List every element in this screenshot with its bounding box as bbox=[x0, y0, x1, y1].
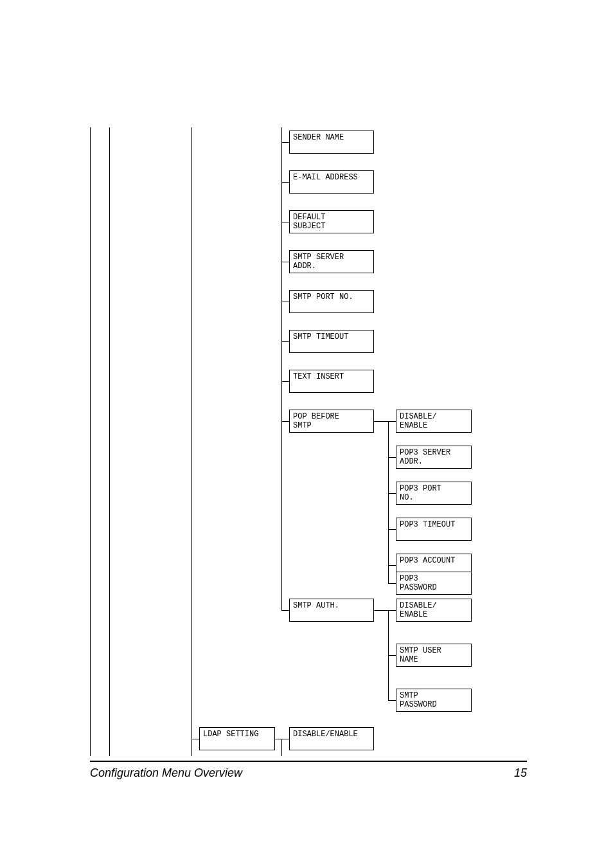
label: DISABLE/ENABLE bbox=[293, 730, 358, 739]
connector bbox=[281, 222, 289, 222]
connector bbox=[388, 565, 396, 566]
label: POP3 SERVER ADDR. bbox=[400, 448, 450, 466]
label: SMTP SERVER ADDR. bbox=[293, 253, 344, 271]
box-pop3-password: POP3 PASSWORD bbox=[396, 572, 472, 595]
label: SMTP TIMEOUT bbox=[293, 332, 348, 341]
box-smtp-password: SMTP PASSWORD bbox=[396, 689, 472, 712]
connector bbox=[281, 341, 289, 342]
connector bbox=[281, 302, 289, 302]
label: SMTP USER NAME bbox=[400, 646, 441, 664]
box-smtp-auth-disable-enable: DISABLE/ ENABLE bbox=[396, 599, 472, 622]
box-pop-before-smtp: POP BEFORE SMTP bbox=[289, 410, 374, 433]
label: SMTP AUTH. bbox=[293, 601, 339, 610]
page-number: 15 bbox=[514, 766, 527, 780]
connector bbox=[191, 739, 199, 739]
label: LDAP SETTING bbox=[203, 730, 258, 739]
label: SMTP PORT NO. bbox=[293, 293, 353, 302]
connector bbox=[281, 421, 289, 422]
tree-ancestor-line-2 bbox=[109, 127, 110, 756]
connector bbox=[281, 142, 289, 143]
connector bbox=[281, 381, 289, 382]
label: SMTP PASSWORD bbox=[400, 691, 437, 709]
box-pop3-timeout: POP3 TIMEOUT bbox=[396, 518, 472, 541]
tree-ancestor-line-3 bbox=[191, 127, 192, 756]
tree-spine-ldap bbox=[281, 739, 282, 756]
connector bbox=[374, 610, 388, 611]
label: TEXT INSERT bbox=[293, 372, 344, 381]
connector bbox=[388, 529, 396, 530]
box-smtp-timeout: SMTP TIMEOUT bbox=[289, 330, 374, 353]
label: POP3 TIMEOUT bbox=[400, 520, 455, 529]
connector bbox=[275, 739, 281, 739]
connector bbox=[374, 421, 388, 422]
label: POP3 PORT NO. bbox=[400, 484, 441, 502]
box-sender-name: SENDER NAME bbox=[289, 131, 374, 154]
connector bbox=[388, 583, 396, 584]
footer-title: Configuration Menu Overview bbox=[90, 766, 242, 780]
connector bbox=[388, 655, 396, 656]
connector bbox=[281, 182, 289, 183]
tree-spine-col3 bbox=[281, 127, 282, 610]
label: POP3 ACCOUNT bbox=[400, 556, 455, 565]
box-smtp-server-addr: SMTP SERVER ADDR. bbox=[289, 250, 374, 273]
label: SENDER NAME bbox=[293, 133, 344, 142]
label: DISABLE/ ENABLE bbox=[400, 412, 437, 430]
tree-spine-pop bbox=[388, 421, 389, 583]
connector bbox=[388, 700, 396, 701]
label: POP BEFORE SMTP bbox=[293, 412, 339, 430]
box-ldap-disable-enable: DISABLE/ENABLE bbox=[289, 727, 374, 750]
connector bbox=[388, 493, 396, 494]
tree-diagram: SENDER NAME E-MAIL ADDRESS DEFAULT SUBJE… bbox=[90, 127, 527, 756]
connector bbox=[388, 610, 396, 611]
box-smtp-auth: SMTP AUTH. bbox=[289, 599, 374, 622]
label: DEFAULT SUBJECT bbox=[293, 213, 325, 231]
connector bbox=[281, 262, 289, 262]
connector bbox=[281, 739, 289, 739]
box-smtp-user-name: SMTP USER NAME bbox=[396, 644, 472, 667]
box-ldap-setting: LDAP SETTING bbox=[199, 727, 275, 750]
box-default-subject: DEFAULT SUBJECT bbox=[289, 210, 374, 233]
box-pop3-server-addr: POP3 SERVER ADDR. bbox=[396, 446, 472, 469]
box-pop3-port-no: POP3 PORT NO. bbox=[396, 482, 472, 505]
box-smtp-port-no: SMTP PORT NO. bbox=[289, 290, 374, 313]
tree-ancestor-line-1 bbox=[90, 127, 91, 756]
label: POP3 PASSWORD bbox=[400, 574, 437, 592]
label: DISABLE/ ENABLE bbox=[400, 601, 437, 619]
footer-rule bbox=[90, 761, 527, 762]
box-text-insert: TEXT INSERT bbox=[289, 370, 374, 393]
connector bbox=[388, 457, 396, 458]
box-pop-disable-enable: DISABLE/ ENABLE bbox=[396, 410, 472, 433]
connector bbox=[281, 610, 289, 611]
box-email-address: E-MAIL ADDRESS bbox=[289, 170, 374, 194]
connector bbox=[388, 421, 396, 422]
label: E-MAIL ADDRESS bbox=[293, 173, 358, 182]
